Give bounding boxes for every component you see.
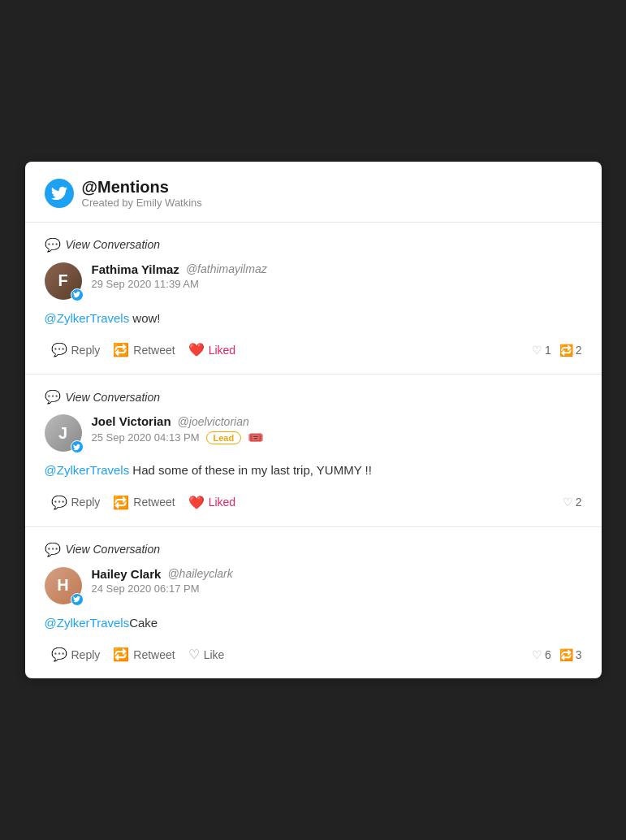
- user-name-3: Hailey Clark: [92, 567, 162, 581]
- like-button-3[interactable]: ♡ Like: [182, 643, 231, 665]
- retweet-label-2: Retweet: [133, 496, 175, 509]
- twitter-badge-2: [71, 440, 84, 453]
- user-handle-3: @haileyclark: [167, 567, 232, 580]
- heart-count-icon-1: ♡: [532, 344, 542, 357]
- retweet-button-2[interactable]: 🔁 Retweet: [106, 491, 181, 513]
- post-3: 💬 View Conversation H Hailey Clark @hail…: [25, 527, 602, 679]
- twitter-badge-3: [71, 593, 84, 606]
- liked-label-1: Liked: [209, 344, 235, 357]
- avatar-wrap-1: F: [45, 262, 82, 300]
- actions-1: 💬 Reply 🔁 Retweet ❤️ Liked ♡ 1 🔁 2: [45, 339, 582, 361]
- header-text: @Mentions Created by Emily Watkins: [82, 178, 202, 209]
- timestamp-2: 25 Sep 2020 04:13 PM: [92, 431, 200, 444]
- reply-label-3: Reply: [71, 648, 101, 661]
- heart-count-icon-2: ♡: [563, 496, 573, 509]
- reply-button-1[interactable]: 💬 Reply: [45, 339, 107, 361]
- conversation-icon: 💬: [45, 237, 61, 253]
- mention-link-3[interactable]: @ZylkerTravels: [45, 616, 130, 630]
- timestamp-1: 29 Sep 2020 11:39 AM: [92, 278, 199, 290]
- heart-icon-1: ❤️: [188, 342, 205, 357]
- mention-link-1[interactable]: @ZylkerTravels: [45, 311, 130, 325]
- reply-icon-1: 💬: [51, 342, 67, 357]
- header-title: @Mentions: [82, 178, 202, 197]
- mentions-card: @Mentions Created by Emily Watkins 💬 Vie…: [25, 162, 602, 679]
- like-count-3: ♡ 6: [532, 648, 551, 661]
- actions-2: 💬 Reply 🔁 Retweet ❤️ Liked ♡ 2: [45, 491, 582, 513]
- avatar-wrap-2: J: [45, 414, 82, 452]
- actions-3: 💬 Reply 🔁 Retweet ♡ Like ♡ 6 🔁 3: [45, 643, 582, 665]
- liked-button-2[interactable]: ❤️ Liked: [182, 491, 242, 513]
- user-name-2: Joel Victorian: [92, 414, 171, 428]
- card-header: @Mentions Created by Emily Watkins: [25, 162, 602, 223]
- view-conversation-3[interactable]: 💬 View Conversation: [45, 542, 582, 557]
- reply-button-2[interactable]: 💬 Reply: [45, 491, 107, 513]
- view-conversation-2[interactable]: 💬 View Conversation: [45, 389, 582, 405]
- view-conversation-1[interactable]: 💬 View Conversation: [45, 237, 582, 253]
- retweet-count-icon-3: 🔁: [559, 648, 573, 661]
- actions-right-3: ♡ 6 🔁 3: [532, 648, 582, 661]
- post-2: 💬 View Conversation J Joel Victorian @jo…: [25, 375, 602, 527]
- heart-icon-2: ❤️: [188, 495, 205, 510]
- retweet-button-3[interactable]: 🔁 Retweet: [106, 643, 181, 665]
- user-info-3: Hailey Clark @haileyclark 24 Sep 2020 06…: [92, 567, 233, 595]
- post-1: 💬 View Conversation F Fathima Yilmaz @fa…: [25, 223, 602, 375]
- like-count-1: ♡ 1: [532, 344, 551, 357]
- conversation-icon-2: 💬: [45, 389, 61, 405]
- retweet-count-3: 🔁 3: [559, 648, 582, 661]
- retweet-icon-1: 🔁: [113, 342, 129, 357]
- user-info-1: Fathima Yilmaz @fathimayilmaz 29 Sep 202…: [92, 262, 267, 290]
- retweet-icon-3: 🔁: [113, 647, 129, 662]
- user-row-1: F Fathima Yilmaz @fathimayilmaz 29 Sep 2…: [45, 262, 582, 300]
- conversation-icon-3: 💬: [45, 542, 61, 557]
- user-handle-2: @joelvictorian: [178, 415, 249, 428]
- retweet-count-icon-1: 🔁: [559, 344, 573, 357]
- liked-label-2: Liked: [209, 496, 235, 509]
- timestamp-3: 24 Sep 2020 06:17 PM: [92, 582, 200, 595]
- like-count-2: ♡ 2: [563, 496, 582, 509]
- tweet-body-3: @ZylkerTravelsCake: [45, 614, 582, 633]
- avatar-wrap-3: H: [45, 567, 82, 604]
- reply-label-2: Reply: [71, 496, 101, 509]
- twitter-badge-1: [71, 288, 84, 301]
- retweet-icon-2: 🔁: [113, 495, 129, 510]
- tweet-body-1: @ZylkerTravels wow!: [45, 310, 582, 328]
- header-subtitle: Created by Emily Watkins: [82, 197, 202, 209]
- retweet-label-1: Retweet: [133, 344, 175, 357]
- view-conversation-label-3: View Conversation: [66, 543, 160, 556]
- tweet-text-2: Had some of these in my last trip, YUMMY…: [129, 463, 372, 477]
- like-label-3: Like: [204, 648, 225, 661]
- lead-badge-2: Lead: [206, 431, 242, 444]
- mention-link-2[interactable]: @ZylkerTravels: [45, 463, 130, 477]
- reply-icon-2: 💬: [51, 495, 67, 510]
- actions-right-2: ♡ 2: [563, 496, 582, 509]
- retweet-count-1: 🔁 2: [559, 344, 582, 357]
- reply-label-1: Reply: [71, 344, 101, 357]
- heart-count-icon-3: ♡: [532, 648, 542, 661]
- retweet-button-1[interactable]: 🔁 Retweet: [106, 339, 181, 361]
- view-conversation-label: View Conversation: [66, 238, 160, 251]
- user-name-1: Fathima Yilmaz: [92, 262, 179, 276]
- tweet-body-2: @ZylkerTravels Had some of these in my l…: [45, 461, 582, 480]
- liked-button-1[interactable]: ❤️ Liked: [182, 339, 242, 361]
- user-row-3: H Hailey Clark @haileyclark 24 Sep 2020 …: [45, 567, 582, 604]
- view-conversation-label-2: View Conversation: [66, 391, 160, 404]
- user-row-2: J Joel Victorian @joelvictorian 25 Sep 2…: [45, 414, 582, 452]
- user-handle-1: @fathimayilmaz: [186, 262, 267, 275]
- tweet-text-3: Cake: [129, 616, 158, 630]
- lead-icon-2: 🎟️: [248, 430, 264, 445]
- twitter-logo-icon: [45, 179, 74, 208]
- tweet-text-1: wow!: [129, 311, 160, 325]
- heart-icon-3: ♡: [188, 647, 200, 662]
- reply-icon-3: 💬: [51, 647, 67, 662]
- actions-right-1: ♡ 1 🔁 2: [532, 344, 582, 357]
- user-info-2: Joel Victorian @joelvictorian 25 Sep 202…: [92, 414, 265, 445]
- retweet-label-3: Retweet: [133, 648, 175, 661]
- reply-button-3[interactable]: 💬 Reply: [45, 643, 107, 665]
